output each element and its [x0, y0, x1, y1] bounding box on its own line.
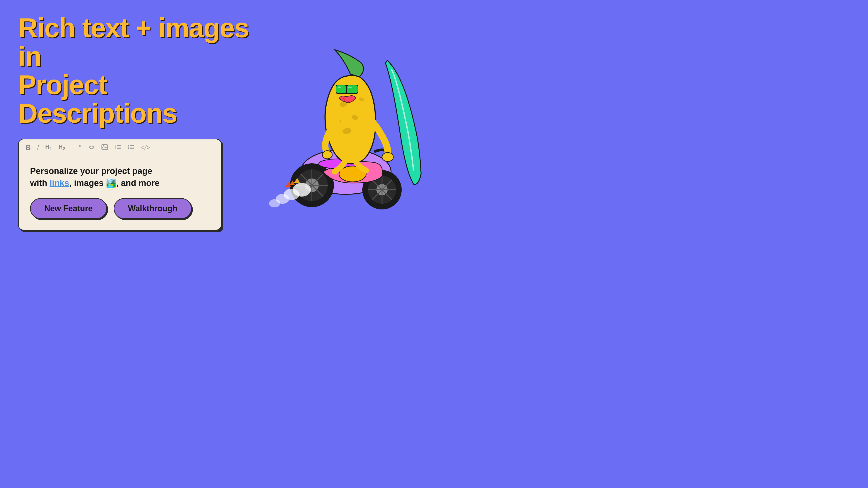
toolbar-ol-icon[interactable]: 1 2 3 — [114, 144, 121, 151]
editor-content: Personalize your project page with links… — [30, 165, 210, 189]
banana-illustration — [267, 41, 425, 210]
headline-line1: Rich text + images in — [18, 13, 249, 71]
svg-text:3: 3 — [115, 148, 116, 149]
toolbar-divider1 — [72, 144, 72, 151]
svg-rect-46 — [347, 86, 358, 93]
walkthrough-button[interactable]: Walkthrough — [114, 198, 192, 219]
svg-text:1: 1 — [115, 144, 116, 146]
editor-image-emoji: 🏞️ — [106, 178, 116, 188]
toolbar-ul-icon[interactable] — [127, 144, 134, 151]
toolbar-bold-icon[interactable]: B — [26, 144, 31, 151]
svg-point-32 — [269, 199, 280, 207]
toolbar-h1-icon[interactable]: H1 — [45, 144, 52, 151]
svg-rect-45 — [336, 86, 346, 93]
toolbar-h2-icon[interactable]: H2 — [59, 144, 66, 151]
toolbar-code-icon[interactable]: </> — [141, 145, 150, 150]
editor-body: Personalize your project page with links… — [19, 156, 221, 230]
editor-text-part2: with — [30, 178, 50, 188]
editor-link[interactable]: links — [50, 178, 69, 188]
svg-point-1 — [103, 145, 104, 147]
svg-point-51 — [322, 151, 332, 159]
svg-rect-0 — [102, 144, 107, 150]
editor-toolbar: B I H1 H2 " — [19, 139, 221, 156]
toolbar-link-icon[interactable] — [88, 144, 95, 151]
editor-text-line1: Personalize your project page — [30, 166, 152, 176]
headline-line2: Project Descriptions — [18, 70, 177, 128]
svg-point-50 — [382, 153, 393, 162]
new-feature-button[interactable]: New Feature — [30, 198, 107, 219]
svg-point-48 — [338, 87, 341, 88]
page-headline: Rich text + images in Project Descriptio… — [18, 13, 267, 127]
svg-point-8 — [128, 145, 129, 146]
toolbar-image-icon[interactable] — [101, 144, 108, 151]
svg-point-10 — [128, 148, 129, 149]
svg-text:2: 2 — [115, 146, 116, 148]
editor-buttons-row: New Feature Walkthrough — [30, 198, 210, 219]
editor-card: B I H1 H2 " — [18, 139, 221, 230]
editor-text-part4: , and more — [116, 178, 160, 188]
editor-text-part3: , images — [69, 178, 106, 188]
editor-text-with-link: with links, images 🏞️, and more — [30, 178, 160, 188]
toolbar-quote-icon[interactable]: " — [79, 144, 82, 151]
svg-point-49 — [348, 87, 352, 88]
toolbar-italic-icon[interactable]: I — [37, 144, 39, 151]
page-background: Rich text + images in Project Descriptio… — [0, 0, 434, 244]
svg-point-9 — [128, 147, 129, 148]
